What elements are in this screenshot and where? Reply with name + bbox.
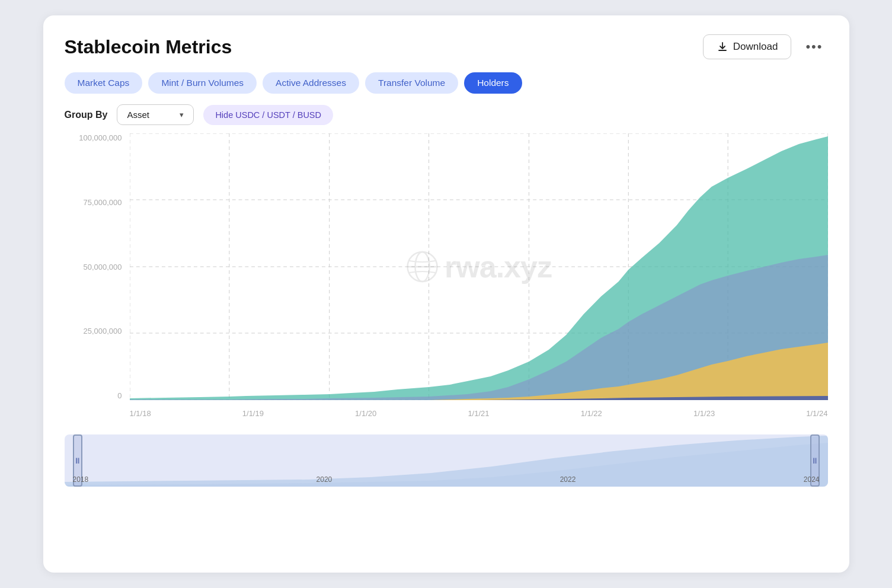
tab-mint-burn[interactable]: Mint / Burn Volumes	[148, 72, 257, 94]
header-actions: Download •••	[703, 34, 828, 59]
tab-holders[interactable]: Holders	[464, 72, 522, 94]
y-label-100m: 100,000,000	[65, 133, 127, 142]
controls-row: Group By Asset ▾ Hide USDC / USDT / BUSD	[65, 104, 828, 125]
chart-inner: rwa.xyz	[130, 133, 828, 400]
chart-area: 0 25,000,000 50,000,000 75,000,000 100,0…	[65, 133, 828, 424]
x-label-2023: 1/1/23	[693, 409, 715, 418]
hide-filter-button[interactable]: Hide USDC / USDT / BUSD	[203, 105, 333, 125]
x-axis: 1/1/18 1/1/19 1/1/20 1/1/21 1/1/22 1/1/2…	[130, 402, 828, 424]
minimap-labels: 2018 2020 2022 2024	[65, 475, 828, 484]
y-axis: 0 25,000,000 50,000,000 75,000,000 100,0…	[65, 133, 127, 400]
minimap-label-2020: 2020	[316, 475, 332, 484]
download-button[interactable]: Download	[703, 34, 792, 59]
x-label-2019: 1/1/19	[242, 409, 264, 418]
x-label-2020: 1/1/20	[355, 409, 376, 418]
chevron-down-icon: ▾	[180, 110, 184, 119]
y-label-0: 0	[65, 391, 127, 400]
x-label-2018: 1/1/18	[130, 409, 151, 418]
download-icon	[717, 41, 728, 53]
right-handle-icon: ⏸	[811, 456, 819, 465]
minimap-label-2018: 2018	[73, 475, 89, 484]
tab-transfer-volume[interactable]: Transfer Volume	[365, 72, 458, 94]
tab-active-addresses[interactable]: Active Addresses	[263, 72, 359, 94]
more-button[interactable]: •••	[801, 36, 827, 58]
x-label-2021: 1/1/21	[468, 409, 489, 418]
y-label-25m: 25,000,000	[65, 327, 127, 335]
y-label-75m: 75,000,000	[65, 198, 127, 207]
minimap-label-2024: 2024	[804, 475, 820, 484]
tab-market-caps[interactable]: Market Caps	[65, 72, 143, 94]
tabs-row: Market Caps Mint / Burn Volumes Active A…	[65, 72, 828, 94]
x-label-2024: 1/1/24	[806, 409, 827, 418]
chart-svg	[130, 133, 828, 400]
y-label-50m: 50,000,000	[65, 263, 127, 271]
group-by-value: Asset	[127, 110, 149, 120]
x-label-2022: 1/1/22	[581, 409, 602, 418]
header-row: Stablecoin Metrics Download •••	[65, 34, 828, 59]
group-by-label: Group By	[65, 110, 108, 120]
left-handle-icon: ⏸	[73, 456, 81, 465]
page-title: Stablecoin Metrics	[65, 36, 232, 58]
group-by-select[interactable]: Asset ▾	[117, 104, 194, 125]
minimap-area: ⏸ ⏸ 2018 2020 2022 2024	[65, 434, 828, 487]
main-card: Stablecoin Metrics Download ••• Market C…	[43, 15, 849, 573]
minimap-label-2022: 2022	[560, 475, 576, 484]
